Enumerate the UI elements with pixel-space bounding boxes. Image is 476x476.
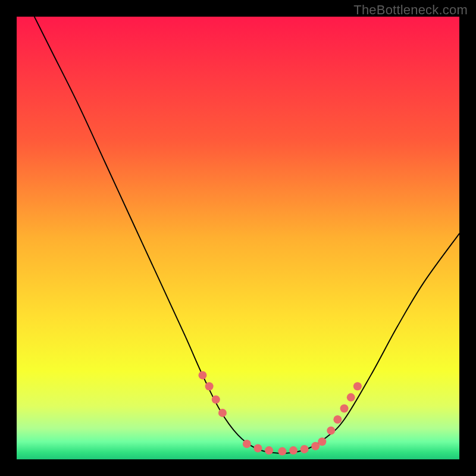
data-point-marker [243,440,251,448]
data-point-marker [347,393,355,402]
data-point-marker [253,444,262,452]
data-point-marker [289,446,298,455]
data-point-marker [327,427,335,435]
data-point-marker [300,445,309,453]
data-point-marker [353,382,362,390]
bottleneck-chart [17,17,459,459]
data-point-marker [333,415,342,424]
chart-background-gradient [17,17,459,459]
data-point-marker [218,409,227,417]
data-point-marker [340,404,349,412]
data-point-marker [212,396,220,404]
watermark-text: TheBottleneck.com [353,2,468,18]
data-point-marker [278,447,286,456]
chart-plot-area [17,17,459,459]
data-point-marker [265,446,273,455]
data-point-marker [318,437,326,446]
data-point-marker [198,371,206,380]
data-point-marker [205,382,214,390]
